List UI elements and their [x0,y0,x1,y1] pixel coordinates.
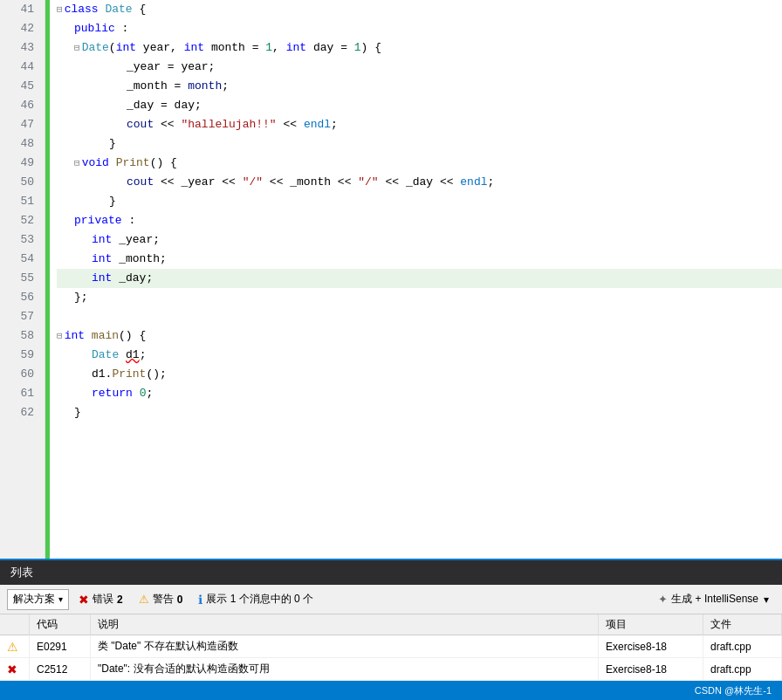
code-line-60: d1.Print(); [57,365,782,384]
ln-58: 58 [7,326,38,346]
code-line-59: Date d1; [57,346,782,365]
info-filter-button[interactable]: ℹ 展示 1 个消息中的 0 个 [192,589,319,610]
row-1-description: 类 "Date" 不存在默认构造函数 [91,635,599,658]
collapse-58[interactable]: ⊟ [57,326,63,346]
code-line-44: _year = year; [57,58,782,77]
code-line-58: ⊟int main() { [57,326,782,346]
code-lines: ⊟class Date { public : ⊟Date(int year, i… [50,0,782,559]
code-line-55: int _day; [57,269,782,288]
bottom-panel: 列表 解决方案 ✖ 错误 2 ⚠ 警告 0 ℹ 展示 1 个消息中的 0 个 ✦… [0,559,782,681]
ln-48: 48 [7,134,38,154]
code-line-47: cout << "hallelujah!!" << endl; [57,115,782,134]
build-icon: ✦ [658,593,668,606]
ln-59: 59 [7,346,38,365]
code-line-61: return 0; [57,384,782,403]
code-line-48: } [57,134,782,154]
solution-label: 解决方案 [13,592,55,607]
build-filter-button[interactable]: ✦ 生成 + IntelliSense ▾ [652,589,775,610]
ln-50: 50 [7,173,38,192]
collapse-41[interactable]: ⊟ [57,0,63,19]
ln-56: 56 [7,288,38,307]
code-line-49: ⊟void Print() { [57,154,782,173]
collapse-43[interactable]: ⊟ [74,38,80,58]
row-2-error-icon: ✖ [7,662,17,676]
ln-44: 44 [7,58,38,77]
solution-dropdown[interactable]: 解决方案 [7,589,69,610]
ln-55: 55 [7,269,38,288]
collapse-49[interactable]: ⊟ [74,154,80,173]
code-line-62: } [57,403,782,422]
row-2-description: "Date": 没有合适的默认构造函数可用 [91,658,599,681]
warning-count: 0 [177,594,183,606]
error-filter-button[interactable]: ✖ 错误 2 [72,589,129,610]
row-2-project: Exercise8-18 [599,658,703,681]
code-line-50: cout << _year << "/" << _month << "/" <<… [57,173,782,192]
row-2-file: draft.cpp [703,658,782,681]
ln-57: 57 [7,307,38,326]
col-project: 项目 [599,614,703,635]
info-icon: ℹ [198,593,202,607]
info-label: 展示 1 个消息中的 0 个 [206,592,313,607]
table-row[interactable]: ⚠ E0291 类 "Date" 不存在默认构造函数 Exercise8-18 … [0,635,782,658]
code-line-43: ⊟Date(int year, int month = 1, int day =… [57,38,782,58]
ln-43: 43 [7,38,38,58]
row-2-icon-cell: ✖ [0,658,30,681]
code-line-56: }; [57,288,782,307]
error-label: 错误 [93,592,113,607]
ln-51: 51 [7,192,38,211]
panel-toolbar: 解决方案 ✖ 错误 2 ⚠ 警告 0 ℹ 展示 1 个消息中的 0 个 ✦ 生成… [0,585,782,614]
col-code: 代码 [30,614,91,635]
row-1-code: E0291 [30,635,91,658]
footer: CSDN @林先生-1 [0,681,782,700]
warning-icon: ⚠ [139,593,149,606]
code-line-41: ⊟class Date { [57,0,782,19]
error-table: 代码 说明 项目 文件 ⚠ E0291 类 "Date" 不存在默认构造函数 E… [0,614,782,681]
code-line-57 [57,307,782,326]
code-area: 41 42 43 44 45 46 47 48 49 50 51 52 53 5… [0,0,782,559]
row-1-project: Exercise8-18 [599,635,703,658]
ln-52: 52 [7,211,38,230]
row-1-file: draft.cpp [703,635,782,658]
panel-title-label: 列表 [10,565,33,580]
ln-61: 61 [7,384,38,403]
code-line-54: int _month; [57,250,782,269]
ln-41: 41 [7,0,38,19]
col-description: 说明 [91,614,599,635]
row-2-code: C2512 [30,658,91,681]
build-dropdown-arrow: ▾ [764,594,769,606]
col-icon [0,614,30,635]
error-icon: ✖ [79,593,89,607]
line-numbers: 41 42 43 44 45 46 47 48 49 50 51 52 53 5… [0,0,45,559]
ln-42: 42 [7,19,38,38]
code-line-45: _month = month; [57,77,782,96]
ln-62: 62 [7,403,38,422]
ln-54: 54 [7,250,38,269]
code-line-42: public : [57,19,782,38]
row-1-warning-icon: ⚠ [7,640,18,654]
table-header-row: 代码 说明 项目 文件 [0,614,782,635]
code-editor: 41 42 43 44 45 46 47 48 49 50 51 52 53 5… [0,0,782,559]
ln-47: 47 [7,115,38,134]
ln-53: 53 [7,230,38,250]
col-file: 文件 [703,614,782,635]
row-1-icon-cell: ⚠ [0,635,30,658]
ln-46: 46 [7,96,38,115]
build-label: 生成 + IntelliSense [671,592,758,607]
footer-text: CSDN @林先生-1 [695,684,772,697]
code-line-52: private : [57,211,782,230]
code-line-46: _day = day; [57,96,782,115]
table-row[interactable]: ✖ C2512 "Date": 没有合适的默认构造函数可用 Exercise8-… [0,658,782,681]
warning-label: 警告 [153,592,174,607]
warning-filter-button[interactable]: ⚠ 警告 0 [133,589,189,610]
error-count: 2 [117,594,123,606]
code-line-51: } [57,192,782,211]
panel-title-bar: 列表 [0,560,782,585]
code-line-53: int _year; [57,230,782,250]
ln-45: 45 [7,77,38,96]
ln-49: 49 [7,154,38,173]
ln-60: 60 [7,365,38,384]
